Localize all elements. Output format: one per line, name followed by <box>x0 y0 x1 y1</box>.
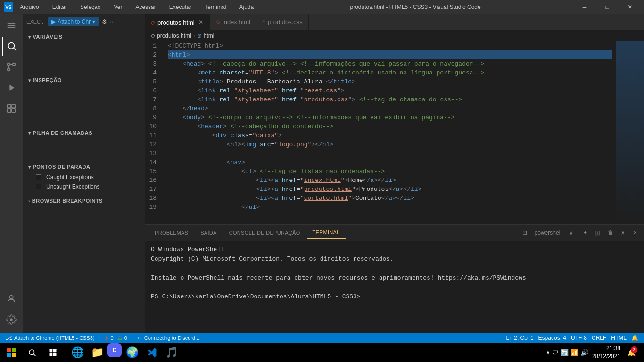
status-spaces[interactable]: Espaços: 4 <box>537 335 568 341</box>
code-editor[interactable]: <!DOCTYPE html> <html> <head> <!--cabeça… <box>164 41 616 224</box>
svg-rect-10 <box>12 109 15 112</box>
gear-icon[interactable]: ⚙ <box>102 18 107 25</box>
activity-run-debug[interactable] <box>2 78 21 97</box>
css-file-icon: # <box>262 19 265 25</box>
chrome-taskbar-icon[interactable]: 🌍 <box>123 343 141 362</box>
status-errors[interactable]: ⊗ 0 ⚠ 0 <box>102 335 129 341</box>
search-taskbar-button[interactable] <box>23 343 41 362</box>
attach-to-chrome-button[interactable]: ▶ Attach to Chr ▾ <box>48 17 99 26</box>
menu-selecao[interactable]: Seleção <box>77 3 103 11</box>
sync-icon: ↔ <box>137 335 142 341</box>
add-terminal-button[interactable]: + <box>581 229 590 237</box>
menu-ajuda[interactable]: Ajuda <box>237 3 257 11</box>
code-line-6: <link rel="stylesheet" href="reset.css"> <box>168 86 612 95</box>
tab-close-produtos[interactable]: ✕ <box>198 18 204 26</box>
close-button[interactable]: ✕ <box>619 0 640 14</box>
tab-output[interactable]: SAÍDA <box>195 227 223 239</box>
start-button[interactable] <box>2 343 21 362</box>
status-encoding[interactable]: UTF-8 <box>569 335 589 341</box>
caught-exceptions-checkbox[interactable] <box>36 174 41 180</box>
tab-produtos-css[interactable]: # produtos.css <box>256 14 309 30</box>
menu-editar[interactable]: Editar <box>50 3 70 11</box>
breakpoints-content: Caught Exceptions Uncaught Exceptions <box>23 173 145 191</box>
maximize-panel-button[interactable]: ∧ <box>618 229 628 237</box>
tray-chevron-icon[interactable]: ∧ <box>546 349 550 356</box>
variables-section-title[interactable]: ▾ VARIÁVEIS <box>23 31 145 42</box>
menu-terminal[interactable]: Terminal <box>202 3 229 11</box>
vscode-taskbar-icon[interactable] <box>142 343 161 362</box>
close-panel-button[interactable]: ✕ <box>630 229 640 237</box>
more-actions-icon[interactable]: ··· <box>110 18 115 25</box>
html-file-icon-2: ◇ <box>216 19 220 25</box>
tab-produtos-html[interactable]: ◇ produtos.html ✕ <box>145 14 210 30</box>
notification-button[interactable]: 🔔 3 <box>624 346 638 360</box>
terminal-line-2: Copyright (C) Microsoft Corporation. Tod… <box>151 255 638 264</box>
explorer-taskbar-icon[interactable]: 📁 <box>88 343 107 362</box>
status-ln-col[interactable]: Ln 2, Col 1 <box>504 335 536 341</box>
uncaught-exceptions-checkbox[interactable] <box>36 184 41 189</box>
tray-volume-icon[interactable]: 🔊 <box>580 349 588 356</box>
call-stack-section-title[interactable]: ▾ PILHA DE CHAMADAS <box>23 127 145 139</box>
terminal-shell-label: ⊡ powershell ∨ <box>517 228 579 238</box>
status-connecting[interactable]: ↔ Connecting to Discord... <box>135 335 201 341</box>
attach-label: Attach to Chr <box>58 18 91 25</box>
menu-acessar[interactable]: Acessar <box>132 3 158 11</box>
editor-content[interactable]: 12345 678910 1112131415 16171819 <!DOCTY… <box>145 41 616 224</box>
code-line-9: <body> <!--corpo do arquivo--> <!--infor… <box>168 113 612 122</box>
maximize-button[interactable]: □ <box>597 0 618 14</box>
edge-taskbar-icon[interactable]: 🌐 <box>68 343 87 362</box>
tab-problems[interactable]: PROBLEMAS <box>149 227 194 239</box>
line-ending-label: CRLF <box>592 335 606 341</box>
breakpoints-section: ▾ PONTOS DE PARADA Caught Exceptions Unc… <box>23 159 145 193</box>
system-clock[interactable]: 21:38 28/12/2021 <box>592 345 620 361</box>
language-label: HTML <box>611 335 627 341</box>
activity-settings[interactable] <box>2 310 21 329</box>
inspection-section-title[interactable]: ▾ INSPEÇÃO <box>23 74 145 86</box>
tab-index-html[interactable]: ◇ index.html <box>210 14 256 30</box>
breadcrumb-item-1[interactable]: ◇ <box>151 33 155 39</box>
activity-account[interactable] <box>2 289 21 308</box>
caught-exceptions-item[interactable]: Caught Exceptions <box>23 173 145 182</box>
activity-explorer[interactable] <box>2 16 21 35</box>
task-view-button[interactable] <box>43 343 62 362</box>
status-notifications[interactable]: 🔔 <box>629 335 640 341</box>
svg-rect-19 <box>53 349 57 353</box>
terminal[interactable]: O Windows PowerShell Copyright (C) Micro… <box>145 241 644 333</box>
status-language[interactable]: HTML <box>609 335 628 341</box>
breadcrumb-file[interactable]: produtos.html <box>157 33 191 39</box>
menu-ver[interactable]: Ver <box>111 3 125 11</box>
status-line-ending[interactable]: CRLF <box>590 335 608 341</box>
menu-arquivo[interactable]: Arquivo <box>17 3 42 11</box>
tab-debug-console[interactable]: CONSOLE DE DEPURAÇÃO <box>223 227 306 239</box>
menu-executar[interactable]: Executar <box>166 3 194 11</box>
tray-wifi-icon[interactable]: 📶 <box>570 349 578 356</box>
vscode-logo: VS <box>4 2 13 12</box>
status-git[interactable]: ⎇ Attach to Chrome (HTML5 - CSS3) <box>4 335 97 341</box>
split-terminal-button[interactable]: ⊞ <box>592 228 603 238</box>
breadcrumb-scope[interactable]: html <box>204 33 215 39</box>
bell-icon: 🔔 <box>631 335 638 341</box>
window-controls: ─ □ ✕ <box>574 0 640 14</box>
tray-antivirus-icon[interactable]: 🛡 <box>552 349 559 356</box>
tray-sync-icon[interactable]: 🔄 <box>561 349 569 356</box>
activity-source-control[interactable] <box>2 58 21 76</box>
breakpoints-section-title[interactable]: ▾ PONTOS DE PARADA <box>23 161 145 173</box>
minimize-button[interactable]: ─ <box>574 0 595 14</box>
activity-search[interactable] <box>2 37 21 56</box>
tab-terminal[interactable]: TERMINAL <box>307 227 346 239</box>
svg-rect-14 <box>7 353 11 357</box>
tab-label-css: produtos.css <box>268 18 303 25</box>
spotify-taskbar-icon[interactable]: 🎵 <box>162 343 181 362</box>
main-layout: EXEC... ▶ Attach to Chr ▾ ⚙ ··· ▾ VARIÁV… <box>0 14 644 333</box>
browser-breakpoints-title[interactable]: › BROWSER BREAKPOINTS <box>23 195 145 206</box>
terminal-line-3 <box>151 264 638 273</box>
code-line-7: <link rel="stylesheet" href="produtos.cs… <box>168 95 612 104</box>
status-git-label: Attach to Chrome (HTML5 - CSS3) <box>14 335 95 341</box>
line-numbers: 12345 678910 1112131415 16171819 <box>145 41 164 224</box>
activity-extensions[interactable] <box>2 99 21 118</box>
error-count: 0 <box>111 335 114 341</box>
discord-taskbar-icon[interactable]: D <box>107 343 122 357</box>
trash-icon[interactable]: 🗑 <box>605 229 616 237</box>
code-line-17: <li><a href="produtos.html">Produtos</a>… <box>168 185 612 194</box>
uncaught-exceptions-item[interactable]: Uncaught Exceptions <box>23 182 145 191</box>
